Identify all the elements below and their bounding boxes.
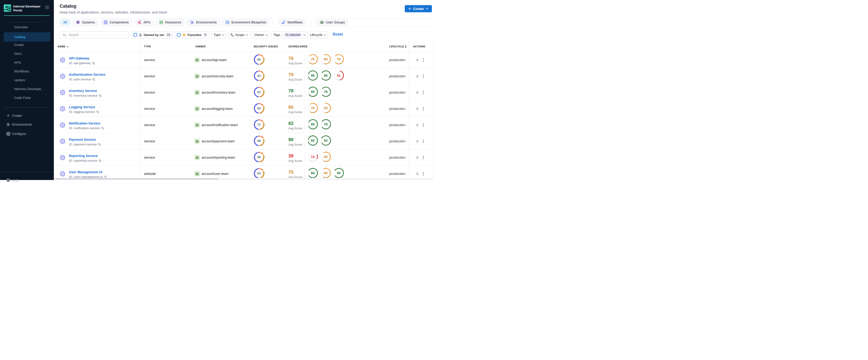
svg-text:A: A: [227, 21, 228, 23]
